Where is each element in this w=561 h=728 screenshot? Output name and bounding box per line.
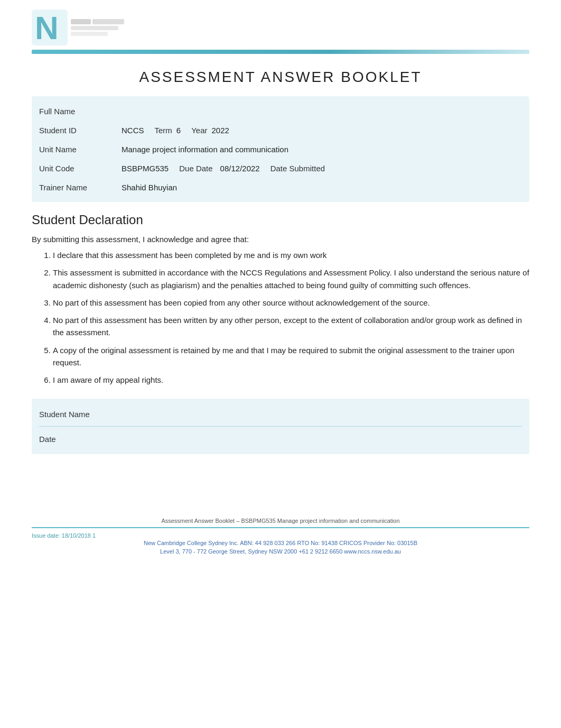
unit-code-label: Unit Code (32, 161, 116, 176)
full-name-label: Full Name (32, 104, 116, 119)
date-submitted-label: Date Submitted (270, 164, 325, 173)
term-cell: Term 6 (149, 124, 186, 137)
declaration-item-4: No part of this assessment has been writ… (53, 314, 529, 339)
full-name-row: Full Name (32, 102, 529, 121)
declaration-title: Student Declaration (32, 213, 529, 227)
footer-college-line2: Level 3, 770 - 772 George Street, Sydney… (0, 547, 561, 556)
unit-code-cell: BSBPMG535 (116, 162, 174, 175)
footer-center-text: Assessment Answer Booklet – BSBPMG535 Ma… (0, 518, 561, 527)
date-sig-row: Date (32, 427, 529, 451)
student-name-sig-row: Student Name (32, 402, 529, 426)
declaration-item-2: This assessment is submitted in accordan… (53, 266, 529, 291)
logo-text (68, 19, 124, 36)
student-name-sig-value (180, 410, 529, 418)
year-label: Year (191, 126, 207, 135)
nccs-cell: NCCS (116, 124, 149, 137)
teal-divider (32, 50, 529, 54)
date-sig-label: Date (32, 430, 180, 448)
year-cell: Year 2022 (186, 124, 235, 137)
due-date-label: Due Date (179, 164, 212, 173)
svg-text:N: N (35, 10, 59, 45)
trainer-name-label: Trainer Name (32, 180, 116, 195)
signature-table: Student Name Date (32, 399, 529, 454)
student-id-label: Student ID (32, 123, 116, 138)
date-submitted-cell: Date Submitted (265, 162, 380, 175)
declaration-item-5: A copy of the original assessment is ret… (53, 344, 529, 369)
unit-name-value: Manage project information and communica… (116, 142, 529, 157)
declaration-item-3: No part of this assessment has been copi… (53, 297, 529, 309)
due-date-value: 08/12/2022 (220, 164, 260, 173)
trainer-name-value: Shahid Bhuyian (116, 180, 529, 195)
declaration-list: I declare that this assessment has been … (53, 249, 529, 386)
declaration-intro: By submitting this assessment, I acknowl… (32, 235, 529, 244)
footer-issue-date: Issue date: 18/10/2018 1 (0, 530, 561, 539)
full-name-value (116, 108, 529, 114)
term-value: 6 (176, 126, 181, 135)
year-value: 2022 (212, 126, 229, 135)
unit-name-label: Unit Name (32, 142, 116, 157)
unit-code-value: BSBPMG535 (121, 164, 169, 173)
student-name-sig-label: Student Name (32, 406, 180, 423)
unit-name-row: Unit Name Manage project information and… (32, 140, 529, 159)
info-table: Full Name Student ID NCCS Term 6 Year 20… (32, 96, 529, 202)
footer-teal-bar (32, 527, 529, 528)
n-logo-icon: N (32, 10, 68, 45)
header: N (0, 0, 561, 45)
trainer-name-row: Trainer Name Shahid Bhuyian (32, 178, 529, 197)
page-title: ASSESSMENT ANSWER BOOKLET (32, 69, 529, 86)
term-label: Term (155, 126, 172, 135)
due-date-cell: Due Date 08/12/2022 (174, 162, 265, 175)
nccs-value: NCCS (121, 126, 144, 135)
footer-college-line1: New Cambridge College Sydney Inc. ABN: 4… (0, 539, 561, 547)
declaration-item-6: I am aware of my appeal rights. (53, 374, 529, 386)
declaration-item-1: I declare that this assessment has been … (53, 249, 529, 261)
unit-code-row: Unit Code BSBPMG535 Due Date 08/12/2022 … (32, 159, 529, 178)
student-id-row: Student ID NCCS Term 6 Year 2022 (32, 121, 529, 140)
date-sig-value (180, 435, 529, 443)
